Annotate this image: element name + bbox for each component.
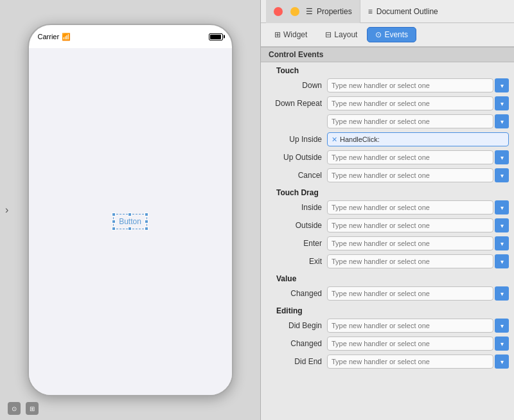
status-bar: Carrier 📶 (29, 25, 232, 48)
touch-section-header: Touch (261, 62, 514, 76)
value-changed-label: Changed (266, 289, 327, 298)
clear-tag[interactable]: ✕ (332, 136, 337, 144)
properties-panel: ☰ Properties ≡ Document Outline ⊞ Widget… (260, 0, 514, 420)
inside-dropdown[interactable]: ▾ (495, 200, 509, 214)
extra-input[interactable] (327, 114, 493, 128)
button-widget[interactable]: Button (113, 214, 147, 229)
did-begin-input-wrap: ▾ (327, 319, 509, 333)
down-label: Down (266, 81, 327, 90)
widget-label: Widget (283, 30, 307, 39)
up-outside-label: Up Outside (266, 153, 327, 162)
resize-handle-br (145, 227, 148, 231)
down-dropdown[interactable]: ▾ (495, 78, 509, 92)
resize-handle-bc (128, 227, 132, 231)
down-repeat-input-wrap: ▾ (327, 96, 509, 110)
document-icon: ≡ (368, 7, 373, 16)
value-section-header: Value (261, 270, 514, 284)
down-repeat-dropdown[interactable]: ▾ (495, 96, 509, 110)
outside-input-wrap: ▾ (327, 218, 509, 232)
content-area[interactable]: Control Events Touch Down ▾ Down Repeat … (261, 47, 514, 420)
cancel-dropdown[interactable]: ▾ (495, 168, 509, 182)
simulator-panel: › Carrier 📶 B (0, 0, 260, 420)
ios-screen: Button (29, 48, 232, 395)
resize-handle-bl (112, 227, 116, 231)
cancel-input[interactable] (327, 168, 493, 182)
exit-label: Exit (266, 257, 327, 266)
event-row-outside: Outside ▾ (261, 216, 514, 234)
up-inside-input-wrap: ✕ HandleClick: (327, 132, 509, 146)
event-row-enter: Enter ▾ (261, 234, 514, 252)
resize-handle-tl (112, 213, 116, 216)
outside-dropdown[interactable]: ▾ (495, 218, 509, 232)
properties-tab[interactable]: ☰ Properties (266, 0, 360, 23)
carrier-label: Carrier (38, 33, 60, 40)
inside-input-wrap: ▾ (327, 200, 509, 214)
exit-input[interactable] (327, 254, 493, 268)
document-outline-tab[interactable]: ≡ Document Outline (360, 0, 446, 23)
event-row-up-outside: Up Outside ▾ (261, 148, 514, 166)
event-row-exit: Exit ▾ (261, 252, 514, 270)
button-label: Button (119, 217, 141, 226)
panel-header: ☰ Properties ≡ Document Outline (261, 0, 514, 23)
tab-events[interactable]: ⊙ Events (367, 27, 416, 42)
exit-dropdown[interactable]: ▾ (495, 254, 509, 268)
value-changed-dropdown[interactable]: ▾ (495, 286, 509, 301)
up-inside-filled[interactable]: ✕ HandleClick: (327, 132, 509, 146)
bottom-icon-1[interactable]: ⊙ (8, 402, 21, 415)
did-begin-input[interactable] (327, 319, 493, 333)
enter-dropdown[interactable]: ▾ (495, 236, 509, 250)
event-row-inside: Inside ▾ (261, 198, 514, 216)
resize-handle-mr (145, 220, 148, 223)
carrier-wifi: Carrier 📶 (38, 33, 71, 41)
ios-device: Carrier 📶 Button (28, 24, 233, 396)
close-button[interactable] (274, 7, 283, 16)
did-end-input-wrap: ▾ (327, 354, 509, 369)
cancel-input-wrap: ▾ (327, 168, 509, 182)
document-outline-label: Document Outline (377, 7, 438, 16)
did-end-dropdown[interactable]: ▾ (495, 354, 509, 369)
event-row-down-repeat: Down Repeat ▾ (261, 94, 514, 112)
up-outside-input[interactable] (327, 150, 493, 164)
editing-changed-input[interactable] (327, 337, 493, 351)
extra-dropdown[interactable]: ▾ (495, 114, 509, 128)
event-row-up-inside: Up Inside ✕ HandleClick: (261, 130, 514, 148)
tab-layout[interactable]: ⊟ Layout (317, 27, 366, 42)
tab-widget[interactable]: ⊞ Widget (266, 27, 315, 42)
down-repeat-input[interactable] (327, 96, 493, 110)
bottom-icons: ⊙ ⊞ (8, 402, 39, 415)
enter-input[interactable] (327, 236, 493, 250)
event-row-cancel: Cancel ▾ (261, 166, 514, 184)
inside-input[interactable] (327, 200, 493, 214)
resize-handle-tr (145, 213, 148, 216)
resize-handle-tc (128, 213, 132, 216)
control-events-header: Control Events (261, 47, 514, 62)
up-outside-dropdown[interactable]: ▾ (495, 150, 509, 164)
extra-input-wrap: ▾ (327, 114, 509, 128)
event-row-value-changed: Changed ▾ (261, 284, 514, 302)
minimize-button[interactable] (290, 7, 299, 16)
up-outside-input-wrap: ▾ (327, 150, 509, 164)
did-end-input[interactable] (327, 354, 493, 369)
value-changed-input[interactable] (327, 286, 493, 301)
editing-changed-dropdown[interactable]: ▾ (495, 337, 509, 351)
down-input-wrap: ▾ (327, 78, 509, 92)
up-inside-label: Up Inside (266, 135, 327, 144)
widget-icon: ⊞ (274, 30, 281, 39)
exit-input-wrap: ▾ (327, 254, 509, 268)
event-row-did-end: Did End ▾ (261, 353, 514, 371)
editing-changed-label: Changed (266, 339, 327, 348)
events-icon: ⊙ (375, 30, 382, 39)
down-input[interactable] (327, 78, 493, 92)
did-begin-dropdown[interactable]: ▾ (495, 319, 509, 333)
bottom-icon-2[interactable]: ⊞ (26, 402, 39, 415)
arrow-icon: › (5, 204, 8, 216)
touch-drag-header: Touch Drag (261, 184, 514, 198)
inside-label: Inside (266, 203, 327, 212)
did-end-label: Did End (266, 357, 327, 366)
resize-handle-ml (112, 220, 116, 223)
properties-title: Properties (317, 7, 352, 16)
down-repeat-label: Down Repeat (266, 99, 327, 108)
outside-input[interactable] (327, 218, 493, 232)
enter-input-wrap: ▾ (327, 236, 509, 250)
wifi-icon: 📶 (62, 33, 71, 41)
